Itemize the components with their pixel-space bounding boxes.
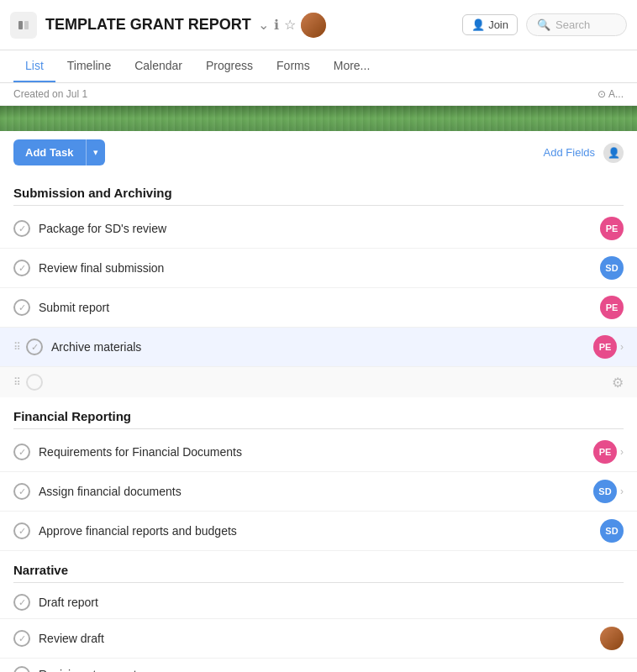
section-divider-financial bbox=[13, 428, 624, 429]
task-row[interactable]: ✓ Requirements for Financial Documents P… bbox=[0, 433, 637, 472]
main-content: Add Task ▾ Add Fields 👤 Submission and A… bbox=[0, 131, 637, 672]
task-row[interactable]: ✓ Approve financial reports and budgets … bbox=[0, 512, 637, 551]
join-button[interactable]: 👤 Join bbox=[462, 14, 518, 35]
task-name-t8: Draft report bbox=[39, 596, 624, 609]
star-icon[interactable]: ☆ bbox=[284, 17, 296, 33]
top-bar: TEMPLATE GRANT REPORT ⌄ ℹ ☆ 👤 Join 🔍 Sea… bbox=[0, 0, 637, 50]
svg-rect-0 bbox=[18, 21, 23, 29]
task-row[interactable]: ✓ Revisions to report bbox=[0, 659, 637, 672]
section-title-submission: Submission and Archiving bbox=[0, 174, 637, 205]
chevron-right-icon-t6: › bbox=[620, 486, 624, 497]
tab-list[interactable]: List bbox=[13, 50, 55, 82]
task-name-t4: Archive materials bbox=[51, 340, 593, 354]
task-assignee-t1: PE bbox=[600, 217, 624, 240]
task-row[interactable]: ✓ Review final submission SD bbox=[0, 249, 637, 288]
drag-handle-new[interactable]: ⠿ bbox=[13, 376, 21, 388]
created-date: Created on Jul 1 bbox=[13, 88, 87, 100]
task-row[interactable]: ✓ Submit report PE bbox=[0, 288, 637, 328]
task-assignee-t3: PE bbox=[600, 296, 624, 319]
task-row[interactable]: ✓ Package for SD's review PE bbox=[0, 209, 637, 249]
task-assignee-t5: PE bbox=[593, 440, 617, 464]
task-check-t2[interactable]: ✓ bbox=[13, 260, 30, 276]
tab-timeline[interactable]: Timeline bbox=[55, 50, 123, 82]
background-strip bbox=[0, 106, 637, 131]
title-section: TEMPLATE GRANT REPORT ⌄ ℹ ☆ bbox=[45, 13, 454, 38]
toolbar: Add Task ▾ Add Fields 👤 bbox=[0, 131, 637, 174]
task-row[interactable]: ⠿ ✓ Archive materials PE › bbox=[0, 328, 637, 367]
search-box[interactable]: 🔍 Search bbox=[526, 13, 627, 36]
nav-tabs: List Timeline Calendar Progress Forms Mo… bbox=[0, 50, 637, 83]
task-name-t5: Requirements for Financial Documents bbox=[39, 445, 593, 459]
task-check-t3[interactable]: ✓ bbox=[13, 299, 30, 316]
add-task-button[interactable]: Add Task bbox=[13, 139, 86, 165]
dropdown-icon[interactable]: ⌄ bbox=[258, 17, 269, 33]
task-check-t9[interactable]: ✓ bbox=[13, 630, 30, 647]
drag-handle-t4[interactable]: ⠿ bbox=[13, 341, 21, 353]
task-assignee-t9 bbox=[600, 627, 624, 650]
task-name-t7: Approve financial reports and budgets bbox=[39, 524, 600, 538]
task-check-t1[interactable]: ✓ bbox=[13, 220, 30, 237]
title-actions: ⌄ ℹ ☆ bbox=[258, 13, 326, 38]
task-check-t6[interactable]: ✓ bbox=[13, 483, 30, 500]
gear-icon[interactable]: ⚙ bbox=[612, 375, 624, 391]
task-row[interactable]: ✓ Assign financial documents SD › bbox=[0, 472, 637, 512]
info-right: ⊙ A... bbox=[598, 88, 624, 100]
section-financial-reporting: Financial Reporting ✓ Requirements for F… bbox=[0, 397, 637, 551]
task-name-t10: Revisions to report bbox=[39, 668, 624, 672]
task-name-t1: Package for SD's review bbox=[39, 222, 600, 235]
task-row[interactable]: ✓ Review draft bbox=[0, 619, 637, 659]
task-check-t4[interactable]: ✓ bbox=[26, 339, 43, 355]
task-assignee-t7: SD bbox=[600, 519, 624, 543]
task-check-t7[interactable]: ✓ bbox=[13, 522, 30, 539]
new-task-check[interactable] bbox=[26, 374, 43, 391]
add-task-group: Add Task ▾ bbox=[13, 139, 105, 165]
user-avatar-top[interactable] bbox=[301, 13, 326, 38]
task-assignee-t4: PE bbox=[593, 335, 617, 359]
tab-calendar[interactable]: Calendar bbox=[123, 50, 194, 82]
task-row[interactable]: ✓ Draft report bbox=[0, 586, 637, 619]
task-name-t9: Review draft bbox=[39, 632, 600, 645]
project-title: TEMPLATE GRANT REPORT bbox=[45, 16, 251, 34]
assignee-filter-icon[interactable]: 👤 bbox=[603, 143, 624, 163]
task-name-t6: Assign financial documents bbox=[39, 485, 593, 498]
sidebar-toggle[interactable] bbox=[10, 12, 37, 39]
join-icon: 👤 bbox=[471, 18, 485, 31]
section-divider-narrative bbox=[13, 582, 624, 583]
section-submission-archiving: Submission and Archiving ✓ Package for S… bbox=[0, 174, 637, 367]
tab-more[interactable]: More... bbox=[322, 50, 382, 82]
section-title-narrative: Narrative bbox=[0, 551, 637, 582]
section-divider-submission bbox=[13, 205, 624, 206]
task-name-t2: Review final submission bbox=[39, 261, 600, 275]
section-title-financial: Financial Reporting bbox=[0, 397, 637, 428]
toolbar-right: Add Fields 👤 bbox=[544, 143, 624, 163]
task-check-t5[interactable]: ✓ bbox=[13, 444, 30, 460]
task-assignee-t2: SD bbox=[600, 256, 624, 280]
task-assignee-t6: SD bbox=[593, 480, 617, 503]
section-narrative: Narrative ✓ Draft report ✓ Review draft … bbox=[0, 551, 637, 672]
add-fields-link[interactable]: Add Fields bbox=[544, 146, 595, 159]
new-task-row[interactable]: ⠿ ⚙ bbox=[0, 367, 637, 397]
chevron-right-icon-t4: › bbox=[620, 341, 624, 353]
info-icon[interactable]: ℹ bbox=[274, 17, 279, 33]
tab-progress[interactable]: Progress bbox=[194, 50, 265, 82]
tab-forms[interactable]: Forms bbox=[265, 50, 322, 82]
svg-rect-1 bbox=[24, 21, 29, 29]
search-icon: 🔍 bbox=[537, 18, 550, 31]
add-task-dropdown-button[interactable]: ▾ bbox=[86, 139, 105, 165]
task-check-t10[interactable]: ✓ bbox=[13, 666, 30, 672]
search-placeholder: Search bbox=[555, 18, 590, 31]
task-name-t3: Submit report bbox=[39, 301, 600, 314]
task-check-t8[interactable]: ✓ bbox=[13, 594, 30, 611]
chevron-right-icon-t5: › bbox=[620, 446, 624, 458]
info-bar: Created on Jul 1 ⊙ A... bbox=[0, 83, 637, 106]
